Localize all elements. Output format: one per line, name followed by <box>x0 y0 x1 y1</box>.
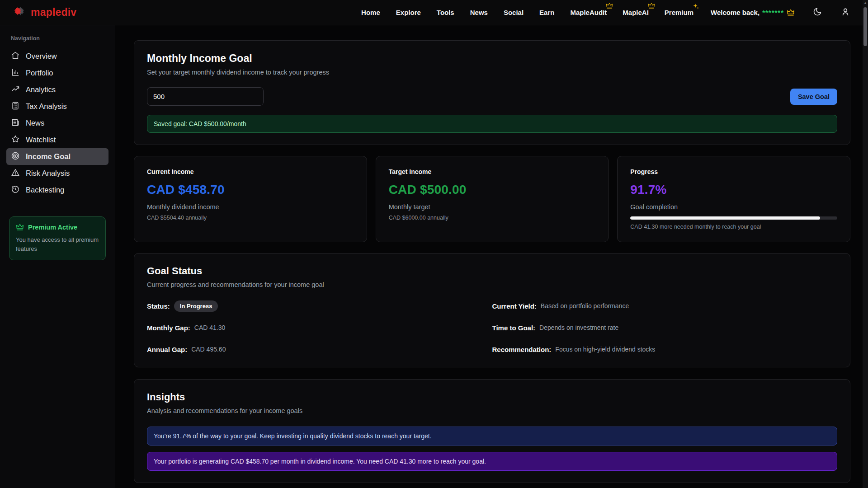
welcome-message: Welcome back, ******* <box>711 9 795 16</box>
recommendation-row: Recommendation: Focus on high-yield divi… <box>492 343 838 355</box>
current-income-value: CAD $458.70 <box>147 183 354 197</box>
top-navbar: maplediv Home Explore Tools News Social … <box>0 0 868 25</box>
brand-logo[interactable]: maplediv <box>13 5 76 20</box>
profile-icon <box>841 7 850 18</box>
window-scrollbar[interactable]: ▲ <box>863 0 868 488</box>
sidebar-item-news[interactable]: News <box>6 115 108 131</box>
insights-title: Insights <box>147 391 837 403</box>
masked-username: ******* <box>762 9 784 16</box>
premium-box-title: Premium Active <box>28 224 77 231</box>
current-income-card: Current Income CAD $458.70 Monthly divid… <box>134 156 367 242</box>
nav-mapleaudit[interactable]: MapleAudit <box>570 9 607 16</box>
theme-toggle-button[interactable] <box>813 7 822 18</box>
sidebar-section-label: Navigation <box>11 35 104 42</box>
profile-button[interactable] <box>841 7 850 18</box>
time-to-goal-row: Time to Goal: Depends on investment rate <box>492 322 838 333</box>
progress-caption: Goal completion <box>630 203 837 211</box>
current-income-caption: Monthly dividend income <box>147 203 354 211</box>
home-icon <box>11 51 20 62</box>
sidebar-item-overview[interactable]: Overview <box>6 48 108 65</box>
saved-goal-banner: Saved goal: CAD $500.00/month <box>147 115 837 133</box>
insights-card: Insights Analysis and recommendations fo… <box>134 379 850 483</box>
premium-active-box: Premium Active You have access to all pr… <box>9 216 106 260</box>
calculator-icon <box>11 101 20 112</box>
maple-leaf-icon <box>13 5 26 20</box>
insight-portfolio-message: Your portfolio is generating CAD $458.70… <box>147 452 837 471</box>
progress-bar-fill <box>630 216 820 220</box>
status-row: Status: In Progress <box>147 300 492 312</box>
crown-icon <box>606 3 613 10</box>
sparkles-icon <box>692 3 700 12</box>
page-title: Monthly Income Goal <box>147 52 837 65</box>
target-income-caption: Monthly target <box>389 203 596 211</box>
nav-earn[interactable]: Earn <box>539 9 554 16</box>
stats-row: Current Income CAD $458.70 Monthly divid… <box>134 156 850 242</box>
sidebar-item-analytics[interactable]: Analytics <box>6 81 108 98</box>
brand-name: maplediv <box>31 6 76 19</box>
moon-icon <box>813 7 822 18</box>
goal-amount-input[interactable] <box>147 87 264 106</box>
save-goal-button[interactable]: Save Goal <box>790 89 837 105</box>
target-income-value: CAD $500.00 <box>389 183 596 197</box>
history-icon <box>11 185 20 196</box>
progress-card: Progress 91.7% Goal completion CAD 41.30… <box>617 156 850 242</box>
warning-triangle-icon <box>11 168 20 179</box>
sidebar-item-backtesting[interactable]: Backtesting <box>6 182 108 198</box>
sidebar-item-watchlist[interactable]: Watchlist <box>6 131 108 148</box>
nav-news[interactable]: News <box>470 9 488 16</box>
main-content: Monthly Income Goal Set your target mont… <box>115 25 868 488</box>
target-icon <box>11 151 20 162</box>
goal-status-subtitle: Current progress and recommendations for… <box>147 281 837 288</box>
progress-note: CAD 41.30 more needed monthly to reach y… <box>630 224 837 230</box>
current-income-label: Current Income <box>147 168 354 175</box>
crown-icon <box>16 224 24 231</box>
nav-premium[interactable]: Premium <box>665 9 693 16</box>
target-income-label: Target Income <box>389 168 596 175</box>
monthly-gap-row: Monthly Gap: CAD 41.30 <box>147 322 492 333</box>
current-yield-row: Current Yield: Based on portfolio perfor… <box>492 300 838 312</box>
progress-label: Progress <box>630 168 837 175</box>
annual-gap-row: Annual Gap: CAD 495.60 <box>147 343 492 355</box>
progress-bar <box>630 216 837 220</box>
sidebar: Navigation Overview Portfolio Analytics … <box>0 25 115 488</box>
sidebar-item-risk-analysis[interactable]: Risk Analysis <box>6 165 108 182</box>
sidebar-item-portfolio[interactable]: Portfolio <box>6 65 108 81</box>
insight-progress-message: You're 91.7% of the way to your goal. Ke… <box>147 427 837 446</box>
bar-chart-icon <box>11 68 20 79</box>
status-badge: In Progress <box>174 300 218 312</box>
star-icon <box>11 135 20 145</box>
primary-nav: Home Explore Tools News Social Earn Mapl… <box>361 9 693 16</box>
nav-mapleai[interactable]: MapleAI <box>623 9 649 16</box>
scroll-up-arrow[interactable]: ▲ <box>863 0 868 6</box>
target-income-annual: CAD $6000.00 annually <box>389 215 596 221</box>
insights-subtitle: Analysis and recommendations for your in… <box>147 407 837 414</box>
nav-explore[interactable]: Explore <box>396 9 421 16</box>
current-income-annual: CAD $5504.40 annually <box>147 215 354 221</box>
goal-status-card: Goal Status Current progress and recomme… <box>134 253 850 367</box>
crown-icon <box>787 9 795 16</box>
crown-icon <box>648 3 655 10</box>
nav-home[interactable]: Home <box>361 9 380 16</box>
goal-form-subtitle: Set your target monthly dividend income … <box>147 69 837 76</box>
sidebar-item-tax-analysis[interactable]: Tax Analysis <box>6 98 108 115</box>
nav-social[interactable]: Social <box>504 9 524 16</box>
premium-box-description: You have access to all premium features <box>16 235 99 253</box>
scrollbar-thumb[interactable] <box>863 7 867 46</box>
sidebar-item-income-goal[interactable]: Income Goal <box>6 148 108 165</box>
goal-status-title: Goal Status <box>147 265 837 277</box>
target-income-card: Target Income CAD $500.00 Monthly target… <box>376 156 609 242</box>
newspaper-icon <box>11 118 20 129</box>
nav-tools[interactable]: Tools <box>437 9 454 16</box>
monthly-income-goal-card: Monthly Income Goal Set your target mont… <box>134 40 850 145</box>
progress-value: 91.7% <box>630 183 837 197</box>
trend-up-icon <box>11 84 20 95</box>
